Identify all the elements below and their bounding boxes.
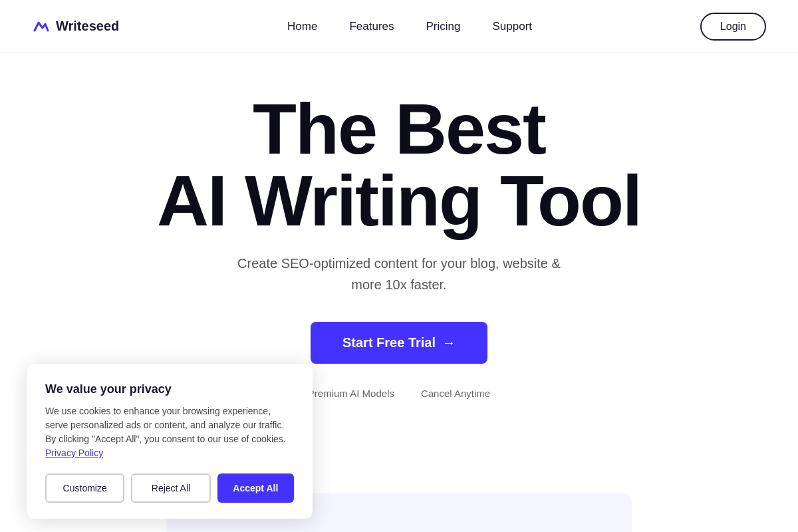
feature-cancel: Cancel Anytime xyxy=(421,388,490,399)
cta-label: Start Free Trial xyxy=(342,335,436,350)
hero-title: The Best AI Writing Tool xyxy=(157,93,641,237)
header: Writeseed Home Features Pricing Support … xyxy=(0,0,798,53)
nav-home[interactable]: Home xyxy=(287,20,317,33)
cookie-body: We use cookies to enhance your browsing … xyxy=(45,404,294,460)
nav-pricing[interactable]: Pricing xyxy=(426,20,461,33)
main-nav: Home Features Pricing Support xyxy=(287,20,532,33)
hero-subtitle: Create SEO-optimized content for your bl… xyxy=(237,253,561,295)
login-button[interactable]: Login xyxy=(700,13,766,41)
nav-features[interactable]: Features xyxy=(349,20,394,33)
hero-features: Premium AI Models Cancel Anytime xyxy=(308,388,490,399)
hero-title-line1: The Best xyxy=(253,88,545,169)
nav-support[interactable]: Support xyxy=(492,20,532,33)
cookie-banner: We value your privacy We use cookies to … xyxy=(27,364,313,519)
accept-all-button[interactable]: Accept All xyxy=(217,473,294,503)
logo-text: Writeseed xyxy=(56,19,119,34)
logo-icon xyxy=(32,17,51,36)
hero-title-line2: AI Writing Tool xyxy=(157,160,641,241)
feature-ai-models: Premium AI Models xyxy=(308,388,394,399)
hero-section: The Best AI Writing Tool Create SEO-opti… xyxy=(0,53,798,399)
cta-button[interactable]: Start Free Trial → xyxy=(311,322,487,364)
customize-button[interactable]: Customize xyxy=(45,473,124,503)
privacy-policy-link[interactable]: Privacy Policy xyxy=(45,448,103,458)
reject-all-button[interactable]: Reject All xyxy=(131,473,210,503)
cta-arrow-icon: → xyxy=(442,335,456,350)
cookie-buttons: Customize Reject All Accept All xyxy=(45,473,294,503)
logo[interactable]: Writeseed xyxy=(32,17,119,36)
cookie-title: We value your privacy xyxy=(45,382,294,396)
